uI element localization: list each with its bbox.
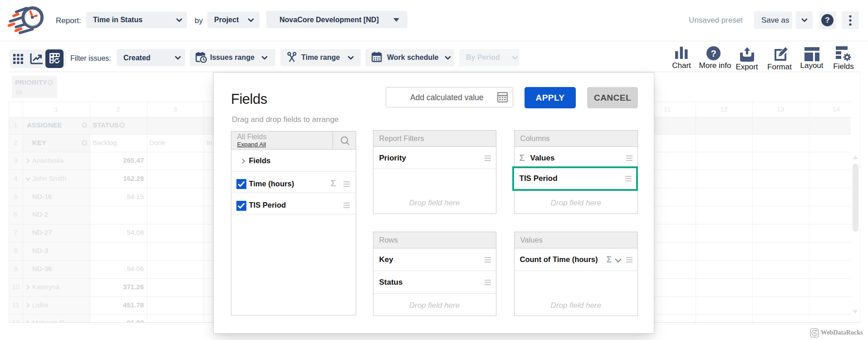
svg-text:?: ?	[711, 49, 716, 58]
